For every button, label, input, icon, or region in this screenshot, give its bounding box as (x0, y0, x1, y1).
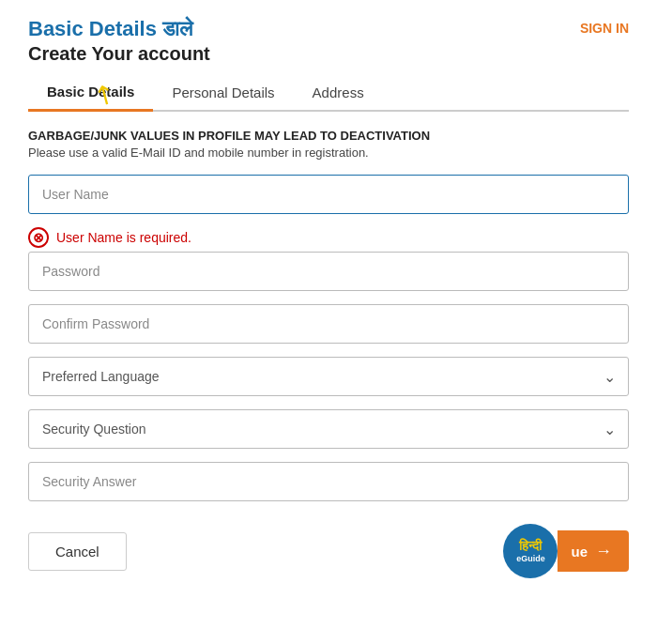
tab-basic-details[interactable]: Basic Details (28, 74, 153, 112)
password-input[interactable] (28, 252, 629, 291)
tab-address[interactable]: Address (294, 75, 383, 110)
header-title-blue: Basic Details (28, 17, 157, 41)
tab-personal-details[interactable]: Personal Details (153, 75, 293, 110)
username-input[interactable] (28, 175, 629, 214)
preferred-language-group: Preferred Language English Hindi Tamil T… (28, 357, 629, 396)
page-wrapper: SIGN IN Basic Details डाले Create Your a… (0, 0, 657, 644)
eguide-logo-text: eGuide (516, 554, 545, 563)
preferred-language-select[interactable]: Preferred Language English Hindi Tamil T… (28, 357, 629, 396)
arrow-right-icon: → (595, 542, 612, 561)
create-account-title: Create Your account (28, 43, 629, 65)
preferred-language-wrapper: Preferred Language English Hindi Tamil T… (28, 357, 629, 396)
error-icon: ⊗ (28, 227, 49, 248)
continue-button[interactable]: हिन्दी eGuide ue → (503, 524, 629, 578)
security-answer-group (28, 462, 629, 501)
confirm-password-group (28, 304, 629, 344)
security-answer-input[interactable] (28, 462, 629, 501)
username-error-row: ⊗ User Name is required. (28, 227, 629, 248)
username-group (28, 175, 629, 214)
sign-in-link[interactable]: SIGN IN (580, 21, 629, 36)
hindi-eguide-logo: हिन्दी eGuide (503, 524, 558, 578)
warning-title: GARBAGE/JUNK VALUES IN PROFILE MAY LEAD … (28, 129, 629, 143)
security-question-select[interactable]: Security Question What is your mother's … (28, 409, 629, 449)
warning-text: Please use a valid E-Mail ID and mobile … (28, 146, 629, 160)
security-question-group: Security Question What is your mother's … (28, 409, 629, 449)
tabs-row: Basic Details ↖ Personal Details Address (28, 74, 629, 112)
header-title: Basic Details डाले (28, 17, 629, 41)
security-question-wrapper: Security Question What is your mother's … (28, 409, 629, 449)
username-error-text: User Name is required. (56, 230, 191, 245)
continue-orange-btn[interactable]: ue → (558, 530, 629, 572)
cancel-button[interactable]: Cancel (28, 532, 127, 571)
hindi-logo-text: हिन्दी (519, 539, 542, 553)
continue-label: ue (571, 544, 588, 560)
password-group (28, 252, 629, 291)
buttons-row: Cancel हिन्दी eGuide ue → (28, 524, 629, 578)
header-title-hindi: डाले (162, 17, 192, 41)
confirm-password-input[interactable] (28, 304, 629, 344)
warning-box: GARBAGE/JUNK VALUES IN PROFILE MAY LEAD … (28, 129, 629, 160)
